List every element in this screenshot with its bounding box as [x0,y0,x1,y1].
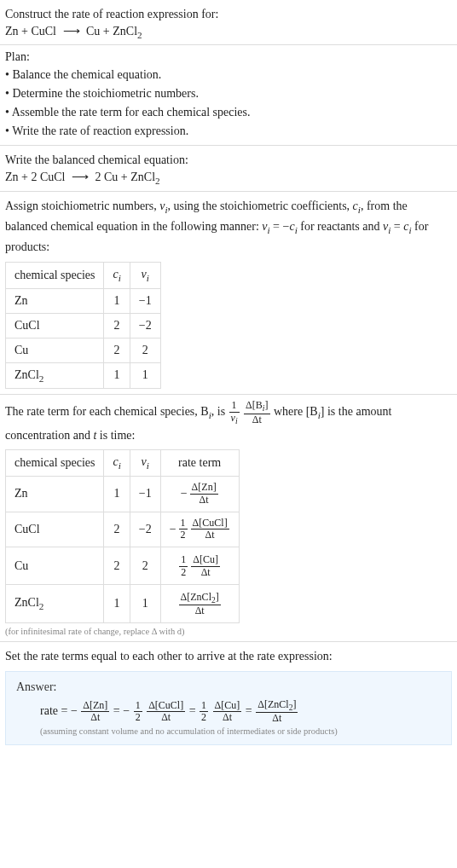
text: where [B [274,406,318,419]
plan-item-text: Assemble the rate term for each chemical… [12,106,251,119]
cell-nu: 1 [130,584,160,622]
subscript: 2 [39,373,44,383]
plan-item-text: Write the rate of reaction expression. [12,124,188,137]
cell-species: CuCl [6,512,104,547]
col-nu: νi [130,262,160,288]
text: Δ[ZnCl [181,591,211,603]
subscript: i [147,273,149,283]
equals: = [246,704,255,717]
cell-species: ZnCl2 [6,584,104,622]
stoich-table: chemical species ci νi Zn 1 −1 CuCl 2 −2… [5,262,161,390]
frac-num: Δ[Bi] [244,400,269,414]
cell-species: Cu [6,547,104,585]
table-row: CuCl 2 −2 − 1 2 Δ[CuCl] Δt [6,512,240,547]
frac-den: Δt [213,712,242,724]
rate-term: − Δ[Zn] Δt [181,482,219,506]
table-header-row: chemical species ci νi rate term [6,450,240,477]
section-stoich: Assign stoichiometric numbers, νi, using… [0,192,457,396]
text: , using the stoichiometric coefficients, [168,200,353,212]
frac-den: Δt [190,495,218,506]
text: is time: [96,429,135,442]
subscript: 2 [155,176,160,186]
cell-rate-term: − 1 2 Δ[CuCl] Δt [160,512,239,547]
construct-title: Construct the rate of reaction expressio… [5,5,452,24]
answer-title: Answer: [16,680,441,694]
text: = − [270,220,290,233]
fraction: Δ[CuCl] Δt [190,518,230,542]
answer-box: Answer: rate = − Δ[Zn] Δt = − 1 2 Δ[CuCl… [5,671,452,745]
frac-den: Δt [147,712,185,724]
text: ZnCl [14,368,39,381]
subscript: i [119,273,121,283]
cell-nu: 1 [130,362,160,389]
infinitesimal-note: (for infinitesimal rate of change, repla… [5,627,452,636]
rate-term: − 1 2 Δ[CuCl] Δt [170,518,230,542]
rate-expression: rate = − Δ[Zn] Δt = − 1 2 Δ[CuCl] Δt = [16,699,441,725]
cell-rate-term: Δ[ZnCl2] Δt [160,584,239,622]
unbalanced-rhs-text: Cu + ZnCl [86,25,137,38]
subscript: i [147,460,149,471]
cell-nu: −1 [130,477,160,512]
balanced-rhs: 2 Cu + ZnCl2 [95,171,160,183]
plan-title: Plan: [5,50,452,64]
frac-den: 2 [200,712,208,724]
unbalanced-equation: Zn + CuCl ⟶ Cu + ZnCl2 [5,24,452,40]
frac-den: Δt [179,605,221,617]
cell-c: 1 [104,362,130,389]
cell-species: Zn [6,288,104,313]
cell-rate-term: 1 2 Δ[Cu] Δt [160,547,239,585]
fraction: Δ[Bi] Δt [243,400,270,425]
fraction: Δ[Cu] Δt [190,554,221,579]
sign: − [170,523,176,536]
cell-c: 1 [104,584,130,622]
fraction: Δ[CuCl] Δt [146,700,186,725]
answer-note: (assuming constant volume and no accumul… [16,726,441,736]
text: Assign stoichiometric numbers, [5,200,159,212]
plan-item-text: Balance the chemical equation. [12,68,161,81]
arrow-icon: ⟶ [68,171,92,183]
frac-num: 1 [200,700,208,713]
text: Δ[B [246,399,263,411]
col-c: ci [104,262,130,288]
text: for reactants and [298,220,383,233]
cell-c: 2 [104,512,130,547]
table-row: ZnCl2 1 1 Δ[ZnCl2] Δt [6,584,240,622]
cell-nu: −2 [130,512,160,547]
cell-c: 2 [104,547,130,585]
fraction: 1 2 [199,700,209,725]
plan-item: • Write the rate of reaction expression. [5,122,452,141]
frac-den: 2 [134,712,142,724]
text: The rate term for each chemical species,… [5,406,209,419]
fraction: 1 2 [178,518,188,542]
cell-species: Cu [6,338,104,362]
fraction: Δ[ZnCl2] Δt [178,592,222,617]
fraction: 1 νi [228,400,240,425]
section-intro: Construct the rate of reaction expressio… [0,0,457,45]
balanced-rhs-text: 2 Cu + ZnCl [95,171,156,183]
fraction: Δ[Zn] Δt [80,700,110,725]
cell-c: 2 [104,313,130,338]
arrow-icon: ⟶ [60,25,84,38]
balanced-title: Write the balanced chemical equation: [5,151,452,170]
assign-paragraph: Assign stoichiometric numbers, νi, using… [5,197,452,257]
section-balanced: Write the balanced chemical equation: Zn… [0,146,457,191]
frac-num: Δ[Cu] [213,700,242,713]
plan-item: • Determine the stoichiometric numbers. [5,84,452,103]
cell-rate-term: − Δ[Zn] Δt [160,477,239,512]
fraction: 1 2 [133,700,143,725]
text: ] [265,399,269,411]
rate-table: chemical species ci νi rate term Zn 1 −1… [5,449,240,623]
text: ] [216,591,219,603]
frac-num: Δ[ZnCl2] [256,699,298,713]
frac-num: 1 [134,700,142,713]
col-rate-term: rate term [160,450,239,477]
cell-species: Zn [6,477,104,512]
cell-nu: 2 [130,547,160,585]
frac-num: 1 [229,400,240,413]
section-rate-terms: The rate term for each chemical species,… [0,395,457,642]
col-nu: νi [130,450,160,477]
frac-den: Δt [81,712,109,724]
text: = [390,220,403,233]
fraction: Δ[Cu] Δt [212,700,243,725]
frac-den: 2 [179,529,188,541]
